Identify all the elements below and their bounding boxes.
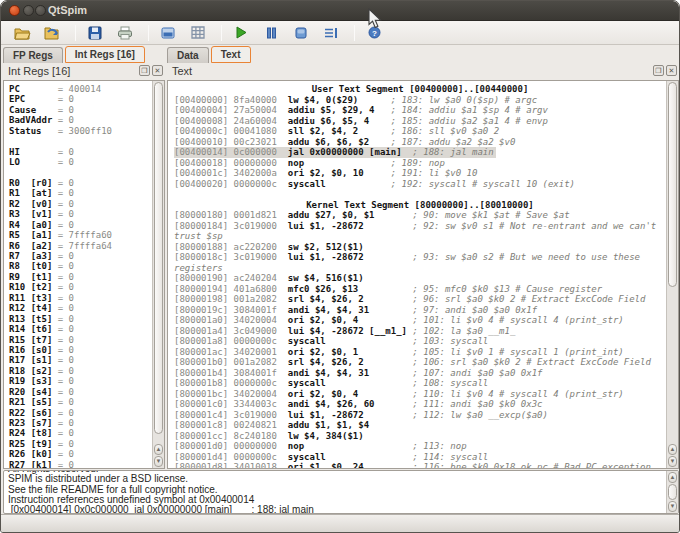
text-panel-title: Text — [172, 65, 192, 77]
instruction-text: syscall — [288, 378, 413, 388]
register-row: R23 [s7] = 0 — [9, 418, 152, 428]
instruction-address: [80000190] ac240204 — [174, 273, 288, 283]
register-name: R6 [a2] — [9, 241, 58, 251]
run-icon — [235, 26, 247, 39]
instruction-line: [0040001c] 3402000a ori $2, $0, 10 ; 191… — [174, 168, 666, 179]
instruction-comment: ; 183: lw $a0 0($sp) # argc — [391, 95, 537, 105]
register-value: = 0 — [58, 397, 74, 407]
maximize-button[interactable] — [35, 5, 46, 16]
register-row: PC = 400014 — [9, 84, 152, 94]
instruction-address: [00400000] 8fa40000 — [174, 95, 288, 105]
tab-text[interactable]: Text — [211, 46, 251, 63]
register-row: R13 [t5] = 0 — [9, 314, 152, 324]
close-panel-icon[interactable]: ✕ — [152, 65, 163, 76]
register-row: R1 [at] = 0 — [9, 188, 152, 198]
comment-wrap-line: registers — [174, 263, 666, 274]
minimize-button[interactable] — [23, 5, 34, 16]
instruction-address: [800001cc] 8c240180 — [174, 431, 288, 441]
instruction-comment: ; 108: syscall — [412, 378, 488, 388]
register-value: = 0 — [58, 418, 74, 428]
scroll-up-icon[interactable]: ▲ — [668, 444, 677, 455]
load-file-button[interactable] — [9, 23, 35, 43]
toolbar: ? — [1, 21, 679, 45]
run-button[interactable] — [228, 23, 254, 43]
instruction-address: [800001a0] 34020004 — [174, 315, 288, 325]
instruction-address: [80000188] ac220200 — [174, 242, 288, 252]
pause-button[interactable] — [258, 23, 284, 43]
close-panel-icon[interactable]: ✕ — [666, 65, 677, 76]
tab-fp-regs[interactable]: FP Regs — [3, 47, 63, 63]
instruction-text: srl $4, $26, 2 — [288, 294, 413, 304]
blank-line — [174, 189, 666, 200]
text-panel-header: Text ❐ ✕ — [167, 63, 679, 79]
register-row: R8 [t0] = 0 — [9, 261, 152, 271]
register-name: R16 [s0] — [9, 345, 58, 355]
instruction-text: sll $2, $4, 2 — [288, 126, 391, 136]
scroll-down-icon[interactable]: ▼ — [154, 456, 163, 467]
scroll-up-icon[interactable]: ▲ — [154, 444, 163, 455]
register-value: = 0 — [58, 439, 74, 449]
register-name: R12 [t4] — [9, 303, 58, 313]
scrollbar-thumb[interactable] — [668, 484, 677, 500]
instruction-comment: ; 107: andi $a0 $a0 0x1f — [412, 368, 542, 378]
register-value: = 0 — [58, 209, 74, 219]
register-name: R19 [s3] — [9, 376, 58, 386]
instruction-comment: ; 102: la $a0 __m1_ — [412, 326, 515, 336]
register-value: = 0 — [58, 345, 74, 355]
instruction-line: [00400018] 00000000 nop ; 189: nop — [174, 158, 666, 169]
tab-data[interactable]: Data — [167, 47, 209, 63]
titlebar[interactable]: QtSpim — [1, 1, 679, 21]
instruction-text: srl $4, $26, 2 — [288, 357, 413, 367]
int-regs-panel-title: Int Regs [16] — [8, 65, 70, 77]
register-value: = 0 — [58, 293, 74, 303]
single-step-button[interactable] — [318, 23, 344, 43]
register-row: HI = 0 — [9, 147, 152, 157]
scroll-down-icon[interactable]: ▼ — [668, 456, 677, 467]
text-panel: Text ❐ ✕ User Text Segment [00400000]..[… — [167, 63, 679, 470]
text-window-button[interactable] — [155, 23, 181, 43]
instruction-comment: ; 101: li $v0 4 # syscall 4 (print_str) — [412, 315, 623, 325]
instruction-comment: ; 113: nop — [412, 441, 466, 451]
register-name: R27 [k1] — [9, 460, 58, 469]
instruction-line: [800001a0] 34020004 ori $2, $0, 4 ; 101:… — [174, 315, 666, 326]
scrollbar-thumb[interactable] — [154, 82, 163, 434]
instruction-text: nop — [288, 441, 413, 451]
close-button[interactable] — [9, 5, 20, 16]
int-regs-panel: Int Regs [16] ❐ ✕ PC = 400014EPC = 0Caus… — [3, 63, 165, 470]
save-log-button[interactable] — [82, 23, 108, 43]
text-window-icon — [161, 27, 175, 39]
instruction-comment: ; 105: li $v0 1 # syscall 1 (print_int) — [412, 347, 623, 357]
reload-file-button[interactable] — [39, 23, 65, 43]
load-file-icon — [14, 26, 31, 40]
register-value: = 400014 — [58, 84, 101, 94]
data-grid-button[interactable] — [185, 23, 211, 43]
register-value: = 0 — [58, 157, 74, 167]
print-button[interactable] — [112, 23, 138, 43]
scroll-up-icon[interactable]: ▲ — [668, 472, 677, 483]
tab-int-regs-16-[interactable]: Int Regs [16] — [65, 46, 145, 63]
instruction-address: [800001d4] 0000000c — [174, 452, 288, 462]
instruction-address: [800001d0] 00000000 — [174, 441, 288, 451]
register-row: R0 [r0] = 0 — [9, 178, 152, 188]
instruction-text: lui $1, -28672 — [288, 221, 413, 231]
scrollbar-thumb[interactable] — [668, 82, 677, 287]
instruction-address: [800001bc] 34020004 — [174, 389, 288, 399]
register-value: = 7ffffa60 — [58, 230, 112, 240]
register-name: PC — [9, 84, 58, 94]
instruction-comment: ; 114: syscall — [412, 452, 488, 462]
scroll-down-icon[interactable]: ▼ — [668, 501, 677, 512]
instruction-text: mfc0 $26, $13 — [288, 284, 413, 294]
stop-button[interactable] — [288, 23, 314, 43]
register-value: = 0 — [58, 105, 74, 115]
text-scrollbar: ▲ ▼ — [666, 81, 678, 468]
register-name: R22 [s6] — [9, 408, 58, 418]
text-segment-view: User Text Segment [00400000]..[00440000]… — [167, 80, 679, 469]
register-row: R4 [a0] = 0 — [9, 220, 152, 230]
register-value: = 0 — [58, 272, 74, 282]
instruction-text: nop — [288, 158, 391, 168]
float-panel-icon[interactable]: ❐ — [653, 65, 664, 76]
instruction-line: [800001bc] 34020004 ori $2, $0, 4 ; 110:… — [174, 389, 666, 400]
register-value: = 0 — [58, 199, 74, 209]
float-panel-icon[interactable]: ❐ — [139, 65, 150, 76]
register-row: R18 [s2] = 0 — [9, 366, 152, 376]
